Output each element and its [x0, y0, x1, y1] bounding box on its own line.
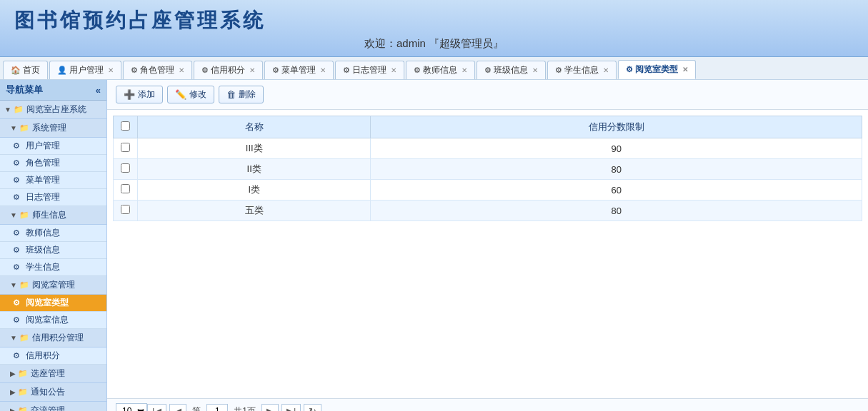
sidebar-item-student-info[interactable]: ⚙ 学生信息 [0, 259, 106, 276]
row-checkbox[interactable] [121, 205, 130, 214]
next-page-button[interactable]: ▶ [261, 404, 279, 412]
welcome-text: 欢迎：admin 『超级管理员』 [14, 37, 854, 51]
tab-class[interactable]: ⚙班级信息✕ [477, 61, 546, 79]
gear-icon: ⚙ [13, 315, 23, 325]
sidebar-group-seat-mgmt[interactable]: ▶ 📁 选座管理 [0, 365, 106, 383]
row-checkbox[interactable] [121, 143, 130, 152]
tab-menu[interactable]: ⚙菜单管理✕ [264, 61, 334, 79]
table-header-row: 名称 信用分数限制 [114, 116, 862, 138]
first-page-button[interactable]: |◀ [147, 404, 166, 412]
gear-icon: ⚙ [13, 263, 23, 273]
row-credit-limit: 60 [371, 180, 862, 201]
total-pages-label: 共1页 [234, 405, 256, 412]
tab-close-credit[interactable]: ✕ [249, 66, 255, 74]
expand-icon-n: ▶ [10, 388, 16, 396]
row-checkbox-cell [114, 201, 138, 221]
credit-mgmt-label: 信用积分管理 [32, 332, 84, 344]
gear-icon-active: ⚙ [13, 298, 23, 308]
sidebar-item-room-type[interactable]: ⚙ 阅览室类型 [0, 295, 106, 312]
sidebar-group-notice[interactable]: ▶ 📁 通知公告 [0, 383, 106, 402]
sidebar-section-system: ▼ 📁 阅览室占座系统 ▼ 📁 系统管理 ⚙ 用户管理 ⚙ 角色管理 ⚙ 菜单管… [0, 101, 106, 411]
th-checkbox [114, 116, 138, 138]
tab-close-class[interactable]: ✕ [532, 66, 538, 74]
tab-label-user: 用户管理 [69, 64, 104, 76]
sidebar-item-teacher-info[interactable]: ⚙ 教师信息 [0, 225, 106, 242]
gear-icon: ⚙ [13, 176, 23, 186]
delete-button[interactable]: 🗑 删除 [219, 86, 264, 103]
sidebar-item-role-mgmt[interactable]: ⚙ 角色管理 [0, 155, 106, 172]
tab-close-log[interactable]: ✕ [391, 66, 396, 74]
refresh-button[interactable]: ↻ [304, 404, 321, 412]
add-icon: ➕ [124, 89, 135, 100]
tab-role[interactable]: ⚙角色管理✕ [123, 61, 192, 79]
row-checkbox[interactable] [121, 163, 130, 173]
tab-log[interactable]: ⚙日志管理✕ [335, 61, 404, 79]
page-number-input[interactable] [206, 404, 228, 411]
delete-icon: 🗑 [226, 89, 236, 100]
tab-label-student: 学生信息 [564, 64, 599, 76]
row-credit-limit: 80 [371, 201, 862, 221]
tab-credit[interactable]: ⚙信用积分✕ [194, 61, 263, 79]
th-name: 名称 [138, 116, 371, 138]
sidebar-header: 导航菜单 « [0, 80, 106, 101]
sidebar-item-label: 学生信息 [26, 261, 60, 273]
tab-icon-credit: ⚙ [201, 66, 209, 75]
last-page-button[interactable]: ▶| [281, 404, 301, 412]
sidebar-collapse-icon[interactable]: « [96, 85, 101, 96]
gear-icon: ⚙ [13, 141, 23, 151]
reading-mgmt-label: 阅览室管理 [32, 279, 75, 291]
gear-icon: ⚙ [13, 228, 23, 238]
tab-close-user[interactable]: ✕ [108, 66, 114, 74]
tab-label-class: 班级信息 [494, 64, 528, 76]
tab-student[interactable]: ⚙学生信息✕ [547, 61, 617, 79]
tab-close-menu[interactable]: ✕ [320, 66, 326, 74]
app-title: 图书馆预约占座管理系统 [14, 7, 854, 34]
select-all-checkbox[interactable] [121, 121, 130, 131]
sidebar-item-credit[interactable]: ⚙ 信用积分 [0, 347, 106, 365]
sidebar-item-class-info[interactable]: ⚙ 班级信息 [0, 242, 106, 259]
sidebar-group-reading-system[interactable]: ▼ 📁 阅览室占座系统 [0, 101, 106, 119]
folder-icon: 📁 [14, 105, 24, 115]
sidebar-group-teacher-student[interactable]: ▼ 📁 师生信息 [0, 206, 106, 225]
table-row: II类 80 [114, 159, 862, 180]
tab-close-teacher[interactable]: ✕ [462, 66, 467, 74]
sidebar-group-credit-mgmt[interactable]: ▼ 📁 信用积分管理 [0, 329, 106, 347]
tab-icon-roomtype: ⚙ [626, 65, 633, 74]
row-name: III类 [138, 138, 371, 159]
folder-icon-rm: 📁 [19, 280, 29, 290]
add-button[interactable]: ➕ 添加 [116, 86, 163, 103]
teacher-student-label: 师生信息 [32, 209, 66, 221]
tab-close-roomtype[interactable]: ✕ [682, 66, 688, 73]
sidebar-item-log-mgmt[interactable]: ⚙ 日志管理 [0, 189, 106, 206]
prev-page-button[interactable]: ◀ [169, 404, 186, 412]
sidebar-group-reading-mgmt[interactable]: ▼ 📁 阅览室管理 [0, 276, 106, 295]
tab-label-teacher: 教师信息 [423, 64, 457, 76]
sidebar-item-menu-mgmt[interactable]: ⚙ 菜单管理 [0, 172, 106, 189]
tab-close-role[interactable]: ✕ [179, 66, 184, 74]
row-name: 五类 [138, 201, 371, 221]
sidebar-item-room-info[interactable]: ⚙ 阅览室信息 [0, 312, 106, 329]
system-mgmt-label: 系统管理 [32, 122, 66, 134]
tab-home[interactable]: 🏠首页 [3, 61, 48, 79]
toolbar: ➕ 添加 ✏️ 修改 🗑 删除 [107, 80, 868, 110]
sidebar-group-system-mgmt[interactable]: ▼ 📁 系统管理 [0, 119, 106, 138]
table-container: 名称 信用分数限制 III类 90 II类 80 I类 60 [107, 110, 868, 398]
folder-icon-c: 📁 [18, 406, 28, 412]
gear-icon: ⚙ [13, 245, 23, 255]
main-layout: 导航菜单 « ▼ 📁 阅览室占座系统 ▼ 📁 系统管理 ⚙ 用户管理 ⚙ 角色管… [0, 80, 868, 411]
expand-icon-ts: ▼ [10, 211, 17, 219]
edit-button[interactable]: ✏️ 修改 [167, 86, 214, 103]
tab-roomtype[interactable]: ⚙阅览室类型✕ [618, 60, 696, 79]
tab-icon-student: ⚙ [555, 66, 562, 75]
tab-user[interactable]: 👤用户管理✕ [49, 61, 121, 79]
sidebar-group-comm[interactable]: ▶ 📁 交流管理 [0, 402, 106, 411]
tab-teacher[interactable]: ⚙教师信息✕ [406, 61, 475, 79]
tab-icon-user: 👤 [57, 66, 67, 75]
sidebar-item-user-mgmt[interactable]: ⚙ 用户管理 [0, 138, 106, 155]
sidebar-group-label: 阅览室占座系统 [26, 103, 86, 116]
row-checkbox[interactable] [121, 184, 130, 193]
gear-icon: ⚙ [13, 351, 23, 361]
expand-icon-rm: ▼ [10, 281, 17, 289]
tab-close-student[interactable]: ✕ [603, 66, 609, 74]
page-size-select[interactable]: 10 20 50 [116, 403, 147, 411]
